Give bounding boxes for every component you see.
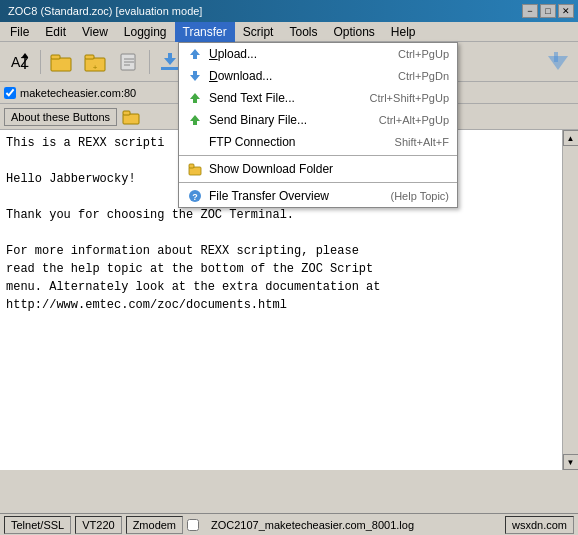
upload-icon: [187, 46, 203, 62]
show-folder-label: Show Download Folder: [209, 162, 443, 176]
menu-item-show-folder[interactable]: Show Download Folder: [179, 158, 457, 180]
terminal-line-5: [6, 224, 556, 242]
address-checkbox[interactable]: [4, 87, 16, 99]
close-button[interactable]: ✕: [558, 4, 574, 18]
menu-script[interactable]: Script: [235, 22, 282, 42]
terminal-line-6: For more information about REXX scriptin…: [6, 242, 556, 260]
svg-rect-14: [161, 67, 179, 70]
terminal-scrollbar: ▲ ▼: [562, 130, 578, 470]
menu-item-download[interactable]: Download... Ctrl+PgDn: [179, 65, 457, 87]
status-log-file: ZOC2107_maketecheasier.com_8001.log: [207, 519, 501, 531]
scroll-down-arrow[interactable]: ▼: [563, 454, 579, 470]
maximize-button[interactable]: □: [540, 4, 556, 18]
menu-view[interactable]: View: [74, 22, 116, 42]
help-icon: ?: [187, 188, 203, 204]
toolbar-sep-2: [149, 50, 150, 74]
folder-open-icon: [187, 161, 203, 177]
svg-rect-6: [85, 55, 94, 59]
toolbar-sep-1: [40, 50, 41, 74]
title-controls: − □ ✕: [522, 4, 574, 18]
terminal-line-7: read the help topic at the bottom of the…: [6, 260, 556, 278]
menu-transfer[interactable]: Transfer: [175, 22, 235, 42]
terminal-line-4: Thank you for choosing the ZOC Terminal.: [6, 206, 556, 224]
ftp-label: FTP Connection: [209, 135, 389, 149]
send-binary-icon: [187, 112, 203, 128]
svg-rect-24: [189, 164, 194, 168]
title-bar: ZOC8 (Standard.zoc) [evaluation mode] − …: [0, 0, 578, 22]
status-emulation: VT220: [75, 516, 121, 534]
download-label: Download...: [209, 69, 392, 83]
scroll-up-arrow[interactable]: ▲: [563, 130, 579, 146]
ftp-icon: [187, 134, 203, 150]
toolbar-folder-btn[interactable]: [45, 47, 77, 77]
menu-item-ftp[interactable]: FTP Connection Shift+Alt+F: [179, 131, 457, 153]
menu-tools[interactable]: Tools: [281, 22, 325, 42]
toolbar-edit-btn[interactable]: [113, 47, 145, 77]
menu-item-upload[interactable]: Upload... Ctrl+PgUp: [179, 43, 457, 65]
separator-2: [179, 182, 457, 183]
svg-marker-19: [190, 49, 200, 59]
svg-rect-13: [168, 53, 172, 60]
toolbar-right-btn[interactable]: [542, 47, 574, 77]
menu-bar: File Edit View Logging Transfer Script T…: [0, 22, 578, 42]
svg-rect-16: [554, 52, 558, 62]
folder-icon-button[interactable]: [121, 107, 141, 127]
transfer-dropdown: Upload... Ctrl+PgUp Download... Ctrl+PgD…: [178, 42, 458, 208]
svg-rect-18: [123, 111, 130, 115]
menu-file[interactable]: File: [2, 22, 37, 42]
svg-text:?: ?: [192, 192, 198, 202]
download-shortcut: Ctrl+PgDn: [398, 70, 449, 82]
status-domain: wsxdn.com: [505, 516, 574, 534]
terminal-line-9: http://www.emtec.com/zoc/documents.html: [6, 296, 556, 314]
send-binary-shortcut: Ctrl+Alt+PgUp: [379, 114, 449, 126]
menu-logging[interactable]: Logging: [116, 22, 175, 42]
svg-rect-3: [51, 58, 71, 71]
menu-edit[interactable]: Edit: [37, 22, 74, 42]
send-text-icon: [187, 90, 203, 106]
toolbar-sort-btn[interactable]: AZ: [4, 47, 36, 77]
download-icon: [187, 68, 203, 84]
menu-item-send-text[interactable]: Send Text File... Ctrl+Shift+PgUp: [179, 87, 457, 109]
separator-1: [179, 155, 457, 156]
status-log-checkbox[interactable]: [187, 519, 199, 531]
toolbar-open-btn[interactable]: +: [79, 47, 111, 77]
address-host: maketecheasier.com:80: [20, 87, 136, 99]
title-text: ZOC8 (Standard.zoc) [evaluation mode]: [4, 5, 202, 17]
upload-label: Upload...: [209, 47, 392, 61]
svg-marker-22: [190, 115, 200, 125]
minimize-button[interactable]: −: [522, 4, 538, 18]
menu-options[interactable]: Options: [325, 22, 382, 42]
about-buttons-btn[interactable]: About these Buttons: [4, 108, 117, 126]
terminal-line-8: menu. Alternately look at the extra docu…: [6, 278, 556, 296]
overview-shortcut: (Help Topic): [391, 190, 450, 202]
send-text-shortcut: Ctrl+Shift+PgUp: [370, 92, 449, 104]
send-binary-label: Send Binary File...: [209, 113, 373, 127]
menu-item-overview[interactable]: ? File Transfer Overview (Help Topic): [179, 185, 457, 207]
status-bar: Telnet/SSL VT220 Zmodem ZOC2107_maketech…: [0, 513, 578, 535]
menu-item-send-binary[interactable]: Send Binary File... Ctrl+Alt+PgUp: [179, 109, 457, 131]
status-protocol: Telnet/SSL: [4, 516, 71, 534]
svg-marker-20: [190, 71, 200, 81]
svg-marker-21: [190, 93, 200, 103]
svg-text:+: +: [93, 63, 98, 72]
scroll-track[interactable]: [564, 146, 578, 454]
overview-label: File Transfer Overview: [209, 189, 385, 203]
menu-help[interactable]: Help: [383, 22, 424, 42]
ftp-shortcut: Shift+Alt+F: [395, 136, 449, 148]
status-transfer: Zmodem: [126, 516, 183, 534]
send-text-label: Send Text File...: [209, 91, 364, 105]
svg-rect-4: [51, 55, 60, 59]
upload-shortcut: Ctrl+PgUp: [398, 48, 449, 60]
